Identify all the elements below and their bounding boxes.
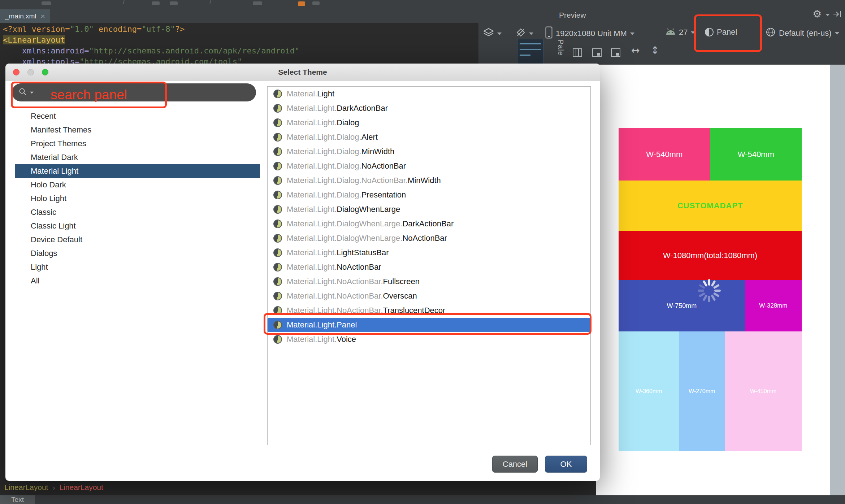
theme-item-name: DialogWhenLarge bbox=[337, 205, 400, 214]
code-line: xmlns:android="http://schemas.android.co… bbox=[3, 45, 299, 56]
theme-item-material-light-noactionbar-fullscreen[interactable]: Material.Light.NoActionBar.Fullscreen bbox=[268, 274, 590, 289]
tab-close-icon[interactable]: × bbox=[41, 12, 45, 20]
dialog-titlebar[interactable]: Select Theme bbox=[5, 64, 600, 81]
preview-view-w-360mm: W-360mm bbox=[619, 331, 679, 451]
sidebar-item-light[interactable]: Light bbox=[15, 260, 260, 274]
toolbar-fragment-icon bbox=[42, 1, 51, 5]
breadcrumb-linearlayout[interactable]: LinearLayout bbox=[4, 483, 48, 492]
theme-item-material-light-dialogwhenlarge-noactionbar[interactable]: Material.Light.DialogWhenLarge.NoActionB… bbox=[268, 231, 590, 246]
gear-icon[interactable]: ⚙ bbox=[812, 8, 822, 20]
macos-close-button[interactable] bbox=[13, 69, 20, 75]
layers-icon bbox=[483, 28, 494, 39]
sidebar-item-classic[interactable]: Classic bbox=[15, 205, 260, 219]
sidebar-item-all[interactable]: All bbox=[15, 274, 260, 288]
theme-item-name: MinWidth bbox=[408, 176, 441, 185]
macos-zoom-button[interactable] bbox=[42, 69, 48, 75]
theme-item-material-light-dialog-alert[interactable]: Material.Light.Dialog.Alert bbox=[268, 130, 590, 144]
theme-item-prefix: Material.Light. bbox=[287, 205, 337, 214]
select-theme-dialog: Select Theme RecentManifest ThemesProjec… bbox=[5, 64, 600, 481]
code-editor[interactable]: <?xml version="1.0" encoding="utf-8"?><L… bbox=[3, 24, 299, 67]
preview-toolbar: 1920x1080 Unit MM 27 Panel Default (en-u… bbox=[478, 23, 845, 65]
sidebar-item-holo-dark[interactable]: Holo Dark bbox=[15, 178, 260, 192]
theme-item-material-light-darkactionbar[interactable]: Material.Light.DarkActionBar bbox=[268, 101, 590, 116]
theme-item-material-light-dialogwhenlarge-darkactionbar[interactable]: Material.Light.DialogWhenLarge.DarkActio… bbox=[268, 217, 590, 231]
sidebar-item-classic-light[interactable]: Classic Light bbox=[15, 219, 260, 233]
theme-item-material-light-dialog[interactable]: Material.Light.Dialog bbox=[268, 116, 590, 130]
annotation-search-panel: search panel bbox=[11, 82, 167, 108]
right-scroll-band[interactable] bbox=[830, 65, 845, 504]
theme-icon bbox=[273, 90, 282, 98]
toolbar-fragment-icon: / bbox=[209, 0, 212, 6]
theme-list: Material.LightMaterial.Light.DarkActionB… bbox=[267, 86, 591, 445]
design-view-icon[interactable] bbox=[592, 48, 602, 57]
editor-mode-bar: Text bbox=[0, 495, 845, 504]
theme-icon bbox=[273, 277, 282, 286]
columns-view-icon[interactable] bbox=[573, 48, 582, 57]
theme-item-prefix: Material.Light. bbox=[287, 335, 337, 344]
device-selector-dropdown[interactable]: 1920x1080 Unit MM bbox=[545, 26, 634, 41]
theme-item-material-light-dialog-minwidth[interactable]: Material.Light.Dialog.MinWidth bbox=[268, 144, 590, 159]
locale-dropdown[interactable]: Default (en-us) bbox=[766, 27, 839, 39]
toolbar-fragment-icon bbox=[253, 1, 262, 5]
theme-item-material-light-dialog-noactionbar-minwidth[interactable]: Material.Light.Dialog.NoActionBar.MinWid… bbox=[268, 173, 590, 188]
android-studio-window: / / _main.xml × Preview ⚙ <?xml version=… bbox=[0, 0, 845, 504]
sidebar-item-dialogs[interactable]: Dialogs bbox=[15, 247, 260, 260]
theme-item-prefix: Material.Light. bbox=[287, 248, 337, 257]
preview-view-w-540mm: W-540mm bbox=[710, 128, 802, 181]
theme-item-name: Overscan bbox=[383, 291, 417, 301]
theme-item-name: DarkActionBar bbox=[402, 219, 454, 229]
tab-text-mode[interactable]: Text bbox=[0, 495, 35, 504]
globe-icon bbox=[766, 27, 776, 39]
theme-item-material-light-lightstatusbar[interactable]: Material.Light.LightStatusBar bbox=[268, 246, 590, 260]
theme-item-prefix: Material.Light.DialogWhenLarge. bbox=[287, 219, 402, 229]
theme-item-material-light[interactable]: Material.Light bbox=[268, 87, 590, 101]
theme-item-material-light-dialog-presentation[interactable]: Material.Light.Dialog.Presentation bbox=[268, 188, 590, 202]
chevron-down-icon[interactable] bbox=[826, 14, 830, 16]
theme-item-prefix: Material.Light.Dialog. bbox=[287, 161, 361, 171]
chevron-down-icon bbox=[630, 32, 634, 35]
sidebar-item-device-default[interactable]: Device Default bbox=[15, 233, 260, 247]
macos-minimize-button[interactable] bbox=[27, 69, 34, 75]
preview-view-w-540mm: W-540mm bbox=[619, 128, 710, 181]
blueprint-view-icon[interactable] bbox=[611, 48, 620, 57]
palette-tool-tab[interactable]: Pale bbox=[556, 40, 565, 56]
ok-button[interactable]: OK bbox=[545, 456, 587, 473]
preview-row: W-540mmW-540mm bbox=[619, 128, 802, 181]
theme-item-name: NoActionBar bbox=[361, 161, 406, 171]
orientation-dropdown[interactable] bbox=[516, 27, 533, 40]
editor-tab-main-xml[interactable]: _main.xml × bbox=[0, 9, 50, 23]
theme-item-material-light-noactionbar[interactable]: Material.Light.NoActionBar bbox=[268, 260, 590, 274]
api-level-dropdown[interactable]: 27 bbox=[666, 28, 695, 37]
theme-icon bbox=[273, 118, 282, 127]
code-line: <?xml version="1.0" encoding="utf-8"?> bbox=[3, 24, 299, 35]
sidebar-item-manifest-themes[interactable]: Manifest Themes bbox=[15, 123, 260, 137]
theme-item-name: NoActionBar bbox=[402, 234, 447, 243]
theme-icon bbox=[273, 191, 282, 199]
chevron-down-icon bbox=[529, 32, 533, 35]
loading-spinner-icon bbox=[696, 278, 722, 304]
theme-item-material-light-dialogwhenlarge[interactable]: Material.Light.DialogWhenLarge bbox=[268, 202, 590, 217]
sidebar-item-project-themes[interactable]: Project Themes bbox=[15, 137, 260, 151]
hide-panel-icon[interactable] bbox=[833, 10, 842, 19]
theme-item-material-light-noactionbar-overscan[interactable]: Material.Light.NoActionBar.Overscan bbox=[268, 289, 590, 303]
vertical-resize-icon[interactable]: ↕ bbox=[651, 44, 659, 56]
theme-item-prefix: Material.Light. bbox=[287, 104, 337, 113]
theme-icon bbox=[273, 205, 282, 214]
breadcrumb: LinearLayout › LinearLayout bbox=[4, 483, 103, 492]
theme-item-prefix: Material.Light.Dialog. bbox=[287, 147, 361, 156]
theme-item-prefix: Material.Light. bbox=[287, 262, 337, 272]
theme-item-prefix: Material.Light.Dialog. bbox=[287, 190, 361, 200]
sidebar-item-material-dark[interactable]: Material Dark bbox=[15, 151, 260, 164]
theme-item-material-light-dialog-noactionbar[interactable]: Material.Light.Dialog.NoActionBar bbox=[268, 159, 590, 173]
layout-variants-dropdown[interactable] bbox=[483, 28, 502, 39]
annotation-panel-theme-item bbox=[264, 313, 592, 335]
breadcrumb-linearlayout-child[interactable]: LinearLayout bbox=[59, 483, 103, 492]
sidebar-item-recent[interactable]: Recent bbox=[15, 109, 260, 123]
toolbar-fragment-icon bbox=[312, 1, 320, 5]
cancel-button[interactable]: Cancel bbox=[492, 456, 538, 473]
sidebar-item-material-light[interactable]: Material Light bbox=[15, 164, 260, 178]
dialog-title: Select Theme bbox=[5, 64, 600, 81]
theme-item-prefix: Material.Light.NoActionBar. bbox=[287, 291, 383, 301]
sidebar-item-holo-light[interactable]: Holo Light bbox=[15, 192, 260, 205]
horizontal-resize-icon[interactable]: ↔ bbox=[631, 44, 640, 56]
